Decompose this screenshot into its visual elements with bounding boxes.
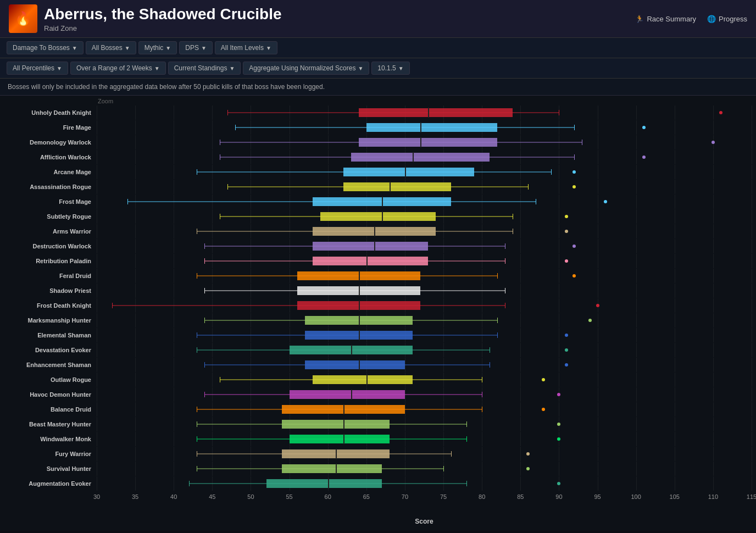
grid-line [135,476,136,491]
grid-line [97,387,97,402]
grid-line [559,402,559,417]
outlier-dot [557,482,560,485]
x-tick: 85 [517,493,524,500]
grid-line [97,224,97,238]
grid-line [752,432,752,446]
x-tick: 50 [247,493,254,500]
grid-line [520,432,521,446]
chart-track [97,269,752,283]
grid-line [636,387,637,402]
chart-row: Frost Death Knight [4,298,752,313]
outlier-dot [526,452,530,456]
grid-line [520,254,521,268]
whisker-cap-right [497,332,498,338]
outlier-dot [565,230,568,233]
grid-line [675,387,675,402]
grid-line [636,209,637,224]
median-line [336,449,337,459]
nav-btn[interactable]: All Percentiles ▼ [7,62,68,75]
grid-line [598,180,598,194]
grid-line [598,120,598,135]
grid-line [559,358,559,372]
x-tick: 95 [594,493,601,500]
grid-line [520,209,521,224]
box-plot-box [313,375,413,384]
grid-line [752,254,752,268]
nav-btn[interactable]: Mythic ▼ [138,41,177,54]
grid-line [135,209,136,224]
grid-line [675,298,675,313]
grid-line [636,313,637,327]
header-left: 🔥 Aberrus, the Shadowed Crucible Raid Zo… [9,4,282,33]
spec-label: Windwalker Monk [4,436,97,442]
whisker-cap-left [220,377,220,382]
nav-btn[interactable]: Over a Range of 2 Weeks ▼ [70,62,166,75]
median-line [382,197,383,207]
grid-line [675,106,675,120]
grid-line [713,269,714,283]
x-tick: 100 [631,493,641,500]
grid-line [598,373,598,387]
page-subtitle: Raid Zone [44,24,282,32]
spec-label: Retribution Paladin [4,258,97,264]
outlier-dot [565,259,568,263]
x-tick: 105 [670,493,680,500]
grid-line [752,120,752,135]
whisker-cap-right [497,318,498,323]
whisker-cap-left [227,110,228,115]
chart-row: Subtlety Rogue [4,209,752,224]
chart-row: Elemental Shaman [4,328,752,342]
grid-line [97,106,97,120]
race-summary-link[interactable]: 🏃 Race Summary [635,15,696,23]
grid-line [636,284,637,298]
grid-line [713,209,714,224]
grid-line [598,106,598,120]
grid-line [174,180,174,194]
nav-btn[interactable]: Damage To Bosses ▼ [7,41,84,54]
grid-line [135,447,136,461]
median-line [343,404,344,414]
nav-btn[interactable]: All Item Levels ▼ [215,41,277,54]
chart-row: Retribution Paladin [4,254,752,268]
nav-btn[interactable]: DPS ▼ [179,41,213,54]
spec-label: Demonology Warlock [4,139,97,146]
chart-row: Affliction Warlock [4,150,752,164]
chart-row: Balance Druid [4,402,752,417]
spec-label: Outlaw Rogue [4,376,97,383]
grid-line [520,343,521,357]
grid-line [752,358,752,372]
nav-btn[interactable]: All Bosses ▼ [86,41,136,54]
whisker-cap-right [482,407,482,412]
box-plot-box [305,360,405,369]
chart-track [97,209,752,224]
nav-btn[interactable]: Current Standings ▼ [168,62,241,75]
nav-btn[interactable]: Aggregate Using Normalized Scores ▼ [243,62,369,75]
whisker-cap-left [220,140,220,145]
grid-line [482,447,482,461]
progress-link[interactable]: 🌐 Progress [707,15,747,23]
grid-line [675,165,675,179]
outlier-dot [526,467,530,470]
grid-line [97,284,97,298]
grid-line [675,432,675,446]
progress-icon: 🌐 [707,15,716,23]
grid-line [482,476,482,491]
spec-label: Affliction Warlock [4,154,97,160]
chart-track [97,476,752,491]
whisker-cap-left [197,347,197,353]
grid-line [520,462,521,476]
chart-row: Arcane Mage [4,165,752,179]
grid-line [752,150,752,164]
nav-btn[interactable]: 10.1.5 ▼ [371,62,409,75]
header-info: Aberrus, the Shadowed Crucible Raid Zone [44,5,282,32]
grid-line [520,239,521,253]
grid-line [559,180,559,194]
grid-line [174,106,174,120]
median-line [351,345,352,355]
whisker-cap-left [127,199,128,204]
grid-line [598,417,598,431]
grid-line [675,313,675,327]
grid-line [97,432,97,446]
grid-line [713,180,714,194]
grid-line [135,269,136,283]
